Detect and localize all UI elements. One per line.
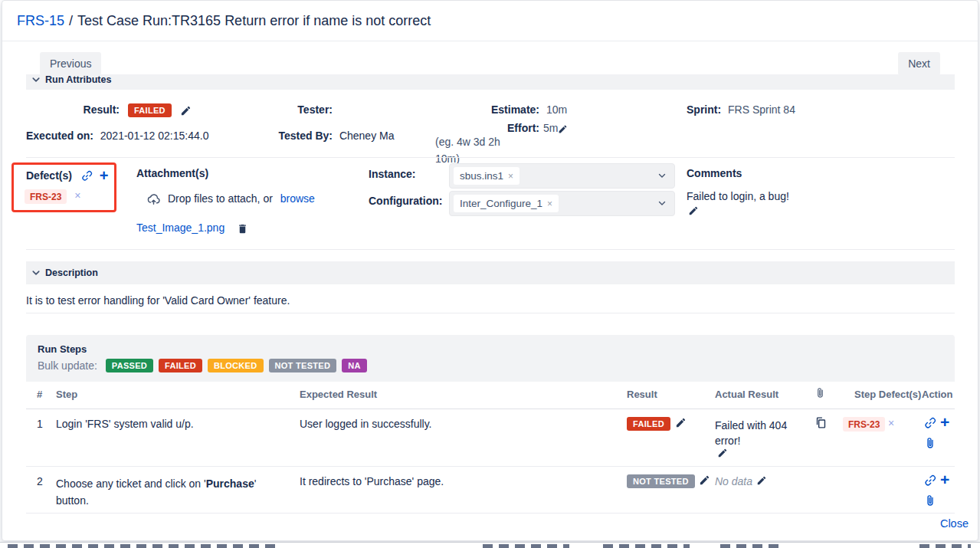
edit-result-icon[interactable] bbox=[180, 105, 192, 116]
add-defect-icon[interactable]: + bbox=[100, 167, 109, 184]
drop-files-text: Drop files to attach, or bbox=[168, 192, 273, 205]
col-step-defects: Step Defect(s) bbox=[854, 389, 921, 400]
edit-comment-icon[interactable] bbox=[688, 205, 699, 216]
tested-by-label: Tested By: bbox=[256, 130, 333, 142]
description-title: Description bbox=[45, 267, 98, 278]
col-action: Action bbox=[922, 389, 952, 400]
description-text: It is to test error handling for 'Valid … bbox=[26, 294, 290, 307]
actual-result-placeholder: No data bbox=[715, 475, 752, 487]
remove-defect-icon[interactable]: × bbox=[74, 189, 80, 202]
col-actual: Actual Result bbox=[715, 389, 778, 400]
estimate-label: Estimate: bbox=[432, 103, 539, 116]
estimate-value: 10m bbox=[546, 103, 567, 116]
expected-result-text: It redirects to 'Purchase' page. bbox=[300, 475, 575, 487]
attach-file-icon[interactable] bbox=[924, 494, 936, 507]
screen: FRS-15 / Test Case Run:TR3165 Return err… bbox=[0, 0, 980, 548]
upload-cloud-icon bbox=[147, 193, 160, 206]
edit-step-result-icon[interactable] bbox=[675, 417, 687, 428]
link-defect-icon[interactable] bbox=[923, 474, 936, 487]
chevron-down-icon bbox=[657, 170, 667, 181]
step-result-badge: FAILED bbox=[627, 417, 670, 431]
attachment-file-link[interactable]: Test_Image_1.png bbox=[136, 221, 225, 234]
link-defect-icon[interactable] bbox=[80, 170, 93, 182]
steps-table-header: # Step Expected Result Result Actual Res… bbox=[26, 382, 955, 409]
run-attributes-title: Run Attributes bbox=[45, 74, 111, 85]
bulk-blocked-button[interactable]: BLOCKED bbox=[208, 359, 264, 372]
next-button[interactable]: Next bbox=[898, 52, 940, 75]
col-step: Step bbox=[56, 389, 77, 400]
bulk-failed-button[interactable]: FAILED bbox=[159, 359, 202, 372]
edit-actual-result-icon[interactable] bbox=[756, 475, 767, 486]
run-steps-panel: Run Steps Bulk update: PASSED FAILED BLO… bbox=[26, 335, 955, 382]
instance-label: Instance: bbox=[369, 168, 415, 180]
bulk-update-row: Bulk update: PASSED FAILED BLOCKED NOT T… bbox=[38, 359, 367, 372]
divider bbox=[26, 313, 955, 313]
bulk-na-button[interactable]: NA bbox=[342, 359, 367, 372]
result-label: Result: bbox=[26, 103, 120, 116]
page-title: Test Case Run:TR3165 Return error if nam… bbox=[77, 13, 431, 29]
defect-chip[interactable]: FRS-23 bbox=[25, 189, 67, 204]
col-result: Result bbox=[627, 389, 657, 400]
defects-header: Defect(s) bbox=[26, 169, 72, 182]
effort-label: Effort: bbox=[432, 122, 539, 134]
close-button[interactable]: Close bbox=[940, 517, 969, 530]
step-text: Choose any ticket and click on 'Purchase… bbox=[56, 475, 286, 510]
run-attributes-section-header[interactable]: Run Attributes bbox=[26, 74, 955, 90]
link-defect-icon[interactable] bbox=[923, 417, 936, 430]
edit-effort-icon[interactable] bbox=[558, 124, 568, 134]
run-details-row: Defect(s) + FRS-23 × Attachment(s) Drop … bbox=[26, 157, 955, 250]
add-step-defect-icon[interactable]: + bbox=[940, 474, 949, 485]
dialog-header: FRS-15 / Test Case Run:TR3165 Return err… bbox=[2, 1, 978, 41]
comments-header: Comments bbox=[687, 167, 742, 179]
sprint-label: Sprint: bbox=[687, 103, 721, 116]
attach-file-icon[interactable] bbox=[924, 437, 936, 449]
description-section-header[interactable]: Description bbox=[26, 261, 955, 284]
col-num: # bbox=[37, 389, 42, 400]
result-status-badge: FAILED bbox=[128, 103, 172, 117]
configuration-select[interactable]: Inter_Configure_1× bbox=[449, 191, 675, 216]
comment-text: Failed to login, a bug! bbox=[687, 190, 789, 202]
copy-icon[interactable] bbox=[814, 416, 828, 429]
add-step-defect-icon[interactable]: + bbox=[940, 417, 949, 428]
sprint-value: FRS Sprint 84 bbox=[728, 103, 795, 116]
tester-label: Tester: bbox=[297, 103, 333, 116]
instance-select[interactable]: sbus.ins1× bbox=[449, 163, 675, 189]
bulk-not-tested-button[interactable]: NOT TESTED bbox=[269, 359, 337, 372]
col-expected: Expected Result bbox=[300, 389, 377, 400]
bulk-update-label: Bulk update: bbox=[38, 359, 97, 372]
run-steps-header: Run Steps bbox=[38, 343, 87, 355]
bulk-passed-button[interactable]: PASSED bbox=[106, 359, 153, 372]
configuration-label: Configuration: bbox=[369, 195, 442, 207]
remove-step-defect-icon[interactable]: × bbox=[888, 417, 894, 429]
chevron-down-icon bbox=[657, 198, 667, 208]
test-case-run-dialog: FRS-15 / Test Case Run:TR3165 Return err… bbox=[2, 0, 978, 541]
step-defect-chip[interactable]: FRS-23 bbox=[843, 417, 885, 432]
table-row: 1 Login 'FRS' system valid u/p. User log… bbox=[26, 409, 955, 467]
edit-step-result-icon[interactable] bbox=[699, 474, 710, 486]
step-text: Login 'FRS' system valid u/p. bbox=[56, 418, 286, 430]
previous-button[interactable]: Previous bbox=[40, 52, 101, 75]
chevron-down-icon bbox=[32, 269, 40, 277]
browse-link[interactable]: browse bbox=[280, 192, 315, 205]
configuration-chip: Inter_Configure_1× bbox=[454, 195, 559, 212]
title-separator: / bbox=[69, 13, 73, 29]
expected-result-text: User logged in successfully. bbox=[300, 418, 575, 430]
delete-attachment-icon[interactable] bbox=[237, 223, 248, 235]
remove-instance-icon[interactable]: × bbox=[508, 171, 513, 182]
tested-by-value: Cheney Ma bbox=[339, 130, 395, 142]
step-number: 1 bbox=[37, 418, 43, 430]
actual-result-text: Failed with 404 error! bbox=[715, 418, 795, 449]
step-number: 2 bbox=[37, 475, 43, 487]
attachments-header: Attachment(s) bbox=[136, 167, 208, 179]
chevron-down-icon bbox=[32, 76, 40, 84]
table-row: 2 Choose any ticket and click on 'Purcha… bbox=[26, 467, 955, 514]
edit-actual-result-icon[interactable] bbox=[717, 448, 728, 458]
issue-key-link[interactable]: FRS-15 bbox=[17, 13, 64, 29]
executed-on-label: Executed on: bbox=[26, 130, 93, 142]
instance-chip: sbus.ins1× bbox=[454, 167, 519, 185]
effort-value: 5m bbox=[543, 122, 558, 134]
remove-configuration-icon[interactable]: × bbox=[547, 199, 552, 209]
executed-on-value: 2021-01-12 02:15:44.0 bbox=[100, 130, 209, 142]
divider bbox=[26, 249, 955, 250]
background-page-strip bbox=[0, 542, 980, 548]
